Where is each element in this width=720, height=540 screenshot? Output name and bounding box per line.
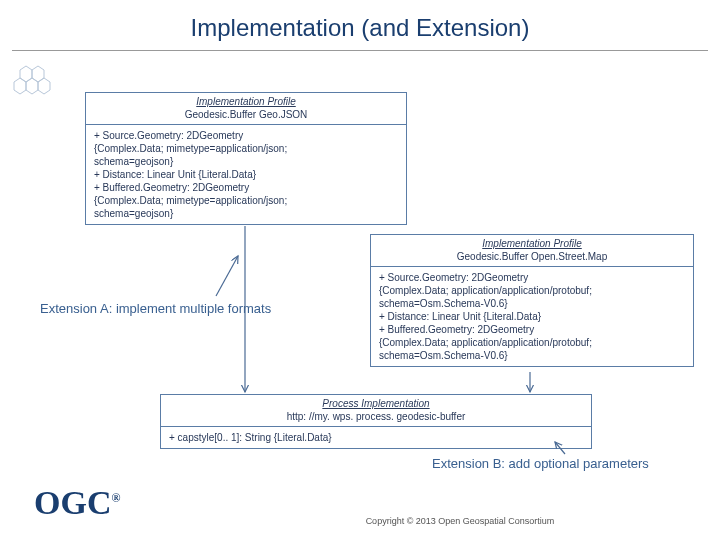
svg-line-7 (216, 256, 238, 296)
ogc-logo: OGC® (34, 484, 120, 522)
box2-header: Implementation Profile Geodesic.Buffer O… (371, 235, 693, 267)
hex-decoration (12, 58, 72, 106)
box1-header: Implementation Profile Geodesic.Buffer G… (86, 93, 406, 125)
impl-profile-osm: Implementation Profile Geodesic.Buffer O… (370, 234, 694, 367)
svg-marker-3 (38, 78, 50, 94)
process-implementation: Process Implementation http: //my. wps. … (160, 394, 592, 449)
box3-name: http: //my. wps. process. geodesic-buffe… (287, 411, 466, 422)
impl-profile-geojson: Implementation Profile Geodesic.Buffer G… (85, 92, 407, 225)
extension-a-label: Extension A: implement multiple formats (40, 301, 271, 316)
box2-name: Geodesic.Buffer Open.Street.Map (457, 251, 607, 262)
box2-stereo: Implementation Profile (482, 238, 582, 249)
box1-body: + Source.Geometry: 2DGeometry {Complex.D… (86, 125, 406, 224)
box3-stereo: Process Implementation (322, 398, 429, 409)
copyright-text: Copyright © 2013 Open Geospatial Consort… (220, 516, 700, 526)
svg-marker-4 (14, 78, 26, 94)
box3-header: Process Implementation http: //my. wps. … (161, 395, 591, 427)
svg-marker-2 (26, 78, 38, 94)
box1-stereo: Implementation Profile (196, 96, 296, 107)
box1-name: Geodesic.Buffer Geo.JSON (185, 109, 308, 120)
registered-icon: ® (111, 491, 120, 505)
box2-body: + Source.Geometry: 2DGeometry {Complex.D… (371, 267, 693, 366)
logo-text: OGC (34, 484, 111, 521)
extension-b-label: Extension B: add optional parameters (432, 456, 649, 471)
page-title: Implementation (and Extension) (12, 0, 708, 51)
box3-body: + capstyle[0.. 1]: String {Literal.Data} (161, 427, 591, 448)
